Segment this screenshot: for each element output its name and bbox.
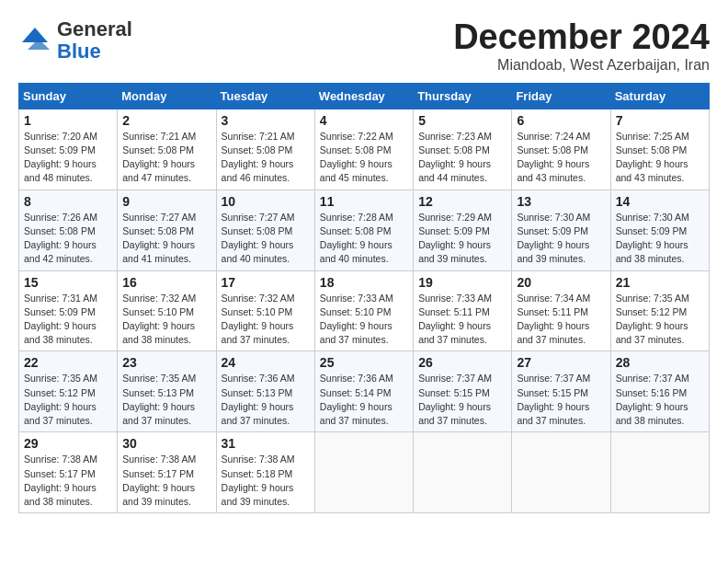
day-number: 18 — [320, 275, 408, 290]
title-block: December 2024 Miandoab, West Azerbaijan,… — [453, 18, 710, 74]
day-number: 7 — [616, 113, 704, 128]
weekday-header-sunday: Sunday — [19, 83, 118, 109]
day-info: Sunrise: 7:38 AMSunset: 5:17 PMDaylight:… — [122, 453, 210, 509]
day-cell-4: 4Sunrise: 7:22 AMSunset: 5:08 PMDaylight… — [314, 109, 413, 190]
weekday-header-wednesday: Wednesday — [314, 83, 413, 109]
day-number: 31 — [222, 436, 310, 451]
day-cell-10: 10Sunrise: 7:27 AMSunset: 5:08 PMDayligh… — [216, 190, 314, 270]
day-info: Sunrise: 7:35 AMSunset: 5:12 PMDaylight:… — [24, 372, 112, 428]
day-info: Sunrise: 7:25 AMSunset: 5:08 PMDaylight:… — [616, 130, 704, 186]
day-info: Sunrise: 7:30 AMSunset: 5:09 PMDaylight:… — [517, 211, 605, 267]
day-info: Sunrise: 7:22 AMSunset: 5:08 PMDaylight:… — [320, 130, 408, 186]
day-cell-9: 9Sunrise: 7:27 AMSunset: 5:08 PMDaylight… — [118, 190, 216, 270]
day-number: 17 — [222, 275, 310, 290]
day-info: Sunrise: 7:38 AMSunset: 5:17 PMDaylight:… — [24, 453, 112, 509]
day-number: 15 — [24, 275, 112, 290]
day-number: 6 — [517, 113, 605, 128]
day-cell-13: 13Sunrise: 7:30 AMSunset: 5:09 PMDayligh… — [512, 190, 610, 270]
day-info: Sunrise: 7:33 AMSunset: 5:11 PMDaylight:… — [418, 292, 506, 348]
day-cell-8: 8Sunrise: 7:26 AMSunset: 5:08 PMDaylight… — [19, 190, 118, 270]
day-number: 12 — [418, 194, 506, 209]
day-number: 29 — [24, 436, 112, 451]
day-cell-2: 2Sunrise: 7:21 AMSunset: 5:08 PMDaylight… — [118, 109, 216, 190]
day-info: Sunrise: 7:27 AMSunset: 5:08 PMDaylight:… — [222, 211, 310, 267]
day-number: 27 — [517, 355, 605, 370]
logo-icon — [18, 24, 51, 57]
day-cell-12: 12Sunrise: 7:29 AMSunset: 5:09 PMDayligh… — [414, 190, 512, 270]
day-number: 13 — [517, 194, 605, 209]
day-info: Sunrise: 7:31 AMSunset: 5:09 PMDaylight:… — [24, 292, 112, 348]
day-info: Sunrise: 7:20 AMSunset: 5:09 PMDaylight:… — [24, 130, 112, 186]
logo: General Blue — [18, 18, 132, 63]
day-number: 23 — [122, 355, 210, 370]
week-row-1: 1Sunrise: 7:20 AMSunset: 5:09 PMDaylight… — [19, 109, 710, 190]
empty-cell — [414, 432, 512, 513]
day-cell-27: 27Sunrise: 7:37 AMSunset: 5:15 PMDayligh… — [512, 351, 610, 432]
day-number: 10 — [222, 194, 310, 209]
day-info: Sunrise: 7:37 AMSunset: 5:15 PMDaylight:… — [517, 372, 605, 428]
day-info: Sunrise: 7:35 AMSunset: 5:13 PMDaylight:… — [122, 372, 210, 428]
day-cell-24: 24Sunrise: 7:36 AMSunset: 5:13 PMDayligh… — [216, 351, 314, 432]
week-row-2: 8Sunrise: 7:26 AMSunset: 5:08 PMDaylight… — [19, 190, 710, 270]
day-cell-20: 20Sunrise: 7:34 AMSunset: 5:11 PMDayligh… — [512, 270, 610, 351]
day-number: 25 — [320, 355, 408, 370]
day-info: Sunrise: 7:24 AMSunset: 5:08 PMDaylight:… — [517, 130, 605, 186]
day-info: Sunrise: 7:32 AMSunset: 5:10 PMDaylight:… — [122, 292, 210, 348]
day-number: 4 — [320, 113, 408, 128]
weekday-header-monday: Monday — [118, 83, 216, 109]
day-number: 5 — [418, 113, 506, 128]
weekday-header-row: SundayMondayTuesdayWednesdayThursdayFrid… — [19, 83, 710, 109]
logo-blue-text: Blue — [57, 40, 101, 63]
day-cell-6: 6Sunrise: 7:24 AMSunset: 5:08 PMDaylight… — [512, 109, 610, 190]
day-cell-11: 11Sunrise: 7:28 AMSunset: 5:08 PMDayligh… — [314, 190, 413, 270]
weekday-header-thursday: Thursday — [414, 83, 512, 109]
day-cell-22: 22Sunrise: 7:35 AMSunset: 5:12 PMDayligh… — [19, 351, 118, 432]
day-info: Sunrise: 7:34 AMSunset: 5:11 PMDaylight:… — [517, 292, 605, 348]
month-title: December 2024 — [453, 18, 710, 57]
day-cell-15: 15Sunrise: 7:31 AMSunset: 5:09 PMDayligh… — [19, 270, 118, 351]
week-row-5: 29Sunrise: 7:38 AMSunset: 5:17 PMDayligh… — [19, 432, 710, 513]
day-number: 21 — [616, 275, 704, 290]
day-info: Sunrise: 7:37 AMSunset: 5:16 PMDaylight:… — [616, 372, 704, 428]
day-info: Sunrise: 7:38 AMSunset: 5:18 PMDaylight:… — [222, 453, 310, 509]
day-cell-29: 29Sunrise: 7:38 AMSunset: 5:17 PMDayligh… — [19, 432, 118, 513]
day-number: 16 — [122, 275, 210, 290]
week-row-3: 15Sunrise: 7:31 AMSunset: 5:09 PMDayligh… — [19, 270, 710, 351]
day-cell-28: 28Sunrise: 7:37 AMSunset: 5:16 PMDayligh… — [610, 351, 709, 432]
day-cell-18: 18Sunrise: 7:33 AMSunset: 5:10 PMDayligh… — [314, 270, 413, 351]
day-number: 26 — [418, 355, 506, 370]
day-info: Sunrise: 7:32 AMSunset: 5:10 PMDaylight:… — [222, 292, 310, 348]
day-cell-7: 7Sunrise: 7:25 AMSunset: 5:08 PMDaylight… — [610, 109, 709, 190]
day-number: 22 — [24, 355, 112, 370]
day-cell-14: 14Sunrise: 7:30 AMSunset: 5:09 PMDayligh… — [610, 190, 709, 270]
day-number: 11 — [320, 194, 408, 209]
day-info: Sunrise: 7:28 AMSunset: 5:08 PMDaylight:… — [320, 211, 408, 267]
day-number: 1 — [24, 113, 112, 128]
day-cell-16: 16Sunrise: 7:32 AMSunset: 5:10 PMDayligh… — [118, 270, 216, 351]
day-number: 2 — [122, 113, 210, 128]
day-cell-21: 21Sunrise: 7:35 AMSunset: 5:12 PMDayligh… — [610, 270, 709, 351]
day-cell-25: 25Sunrise: 7:36 AMSunset: 5:14 PMDayligh… — [314, 351, 413, 432]
day-info: Sunrise: 7:29 AMSunset: 5:09 PMDaylight:… — [418, 211, 506, 267]
day-number: 20 — [517, 275, 605, 290]
day-number: 9 — [122, 194, 210, 209]
weekday-header-friday: Friday — [512, 83, 610, 109]
day-number: 19 — [418, 275, 506, 290]
page-header: General Blue December 2024 Miandoab, Wes… — [18, 18, 710, 74]
day-cell-23: 23Sunrise: 7:35 AMSunset: 5:13 PMDayligh… — [118, 351, 216, 432]
day-number: 8 — [24, 194, 112, 209]
day-number: 14 — [616, 194, 704, 209]
day-info: Sunrise: 7:21 AMSunset: 5:08 PMDaylight:… — [122, 130, 210, 186]
day-number: 24 — [222, 355, 310, 370]
weekday-header-saturday: Saturday — [610, 83, 709, 109]
day-info: Sunrise: 7:37 AMSunset: 5:15 PMDaylight:… — [418, 372, 506, 428]
day-info: Sunrise: 7:36 AMSunset: 5:14 PMDaylight:… — [320, 372, 408, 428]
day-cell-1: 1Sunrise: 7:20 AMSunset: 5:09 PMDaylight… — [19, 109, 118, 190]
day-info: Sunrise: 7:26 AMSunset: 5:08 PMDaylight:… — [24, 211, 112, 267]
calendar-table: SundayMondayTuesdayWednesdayThursdayFrid… — [18, 83, 710, 513]
empty-cell — [512, 432, 610, 513]
day-number: 30 — [122, 436, 210, 451]
day-cell-5: 5Sunrise: 7:23 AMSunset: 5:08 PMDaylight… — [414, 109, 512, 190]
day-cell-30: 30Sunrise: 7:38 AMSunset: 5:17 PMDayligh… — [118, 432, 216, 513]
week-row-4: 22Sunrise: 7:35 AMSunset: 5:12 PMDayligh… — [19, 351, 710, 432]
